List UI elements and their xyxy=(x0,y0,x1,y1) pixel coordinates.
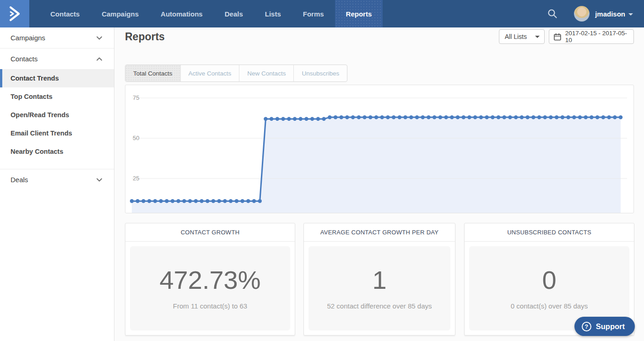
card-title: AVERAGE CONTACT GROWTH PER DAY xyxy=(304,223,455,242)
nav-right-group: jmadison xyxy=(547,0,644,27)
contact-growth-value: 472.73% xyxy=(159,267,260,293)
sidebar-spacer xyxy=(0,161,114,169)
main-content: Reports All Lists 2017-02-15 - 2017-05-1… xyxy=(114,27,644,341)
list-filter-value: All Lists xyxy=(505,33,527,40)
main-menu: Contacts Campaigns Automations Deals Lis… xyxy=(39,0,383,27)
top-nav: Contacts Campaigns Automations Deals Lis… xyxy=(0,0,644,27)
sidebar-item-email-client-trends[interactable]: Email Client Trends xyxy=(0,124,114,142)
unsubscribed-subtitle: 0 contact(s) over 85 days xyxy=(511,302,588,310)
tab-unsubscribes[interactable]: Unsubscribes xyxy=(293,65,347,81)
select-caret-icon xyxy=(535,36,540,38)
user-avatar[interactable] xyxy=(574,6,590,22)
avg-growth-value: 1 xyxy=(372,267,386,293)
y-axis-tick-50: 50 xyxy=(133,135,139,141)
sidebar-section-contacts[interactable]: Contacts xyxy=(0,49,114,69)
sidebar-section-label: Campaigns xyxy=(11,34,45,42)
nav-item-automations[interactable]: Automations xyxy=(150,0,214,27)
search-icon xyxy=(547,9,557,19)
logo-chevron-icon xyxy=(7,6,22,22)
contact-trends-chart-card: 75 50 25 xyxy=(125,85,634,213)
app-window: Contacts Campaigns Automations Deals Lis… xyxy=(0,0,644,341)
list-filter-select[interactable]: All Lists xyxy=(499,29,545,44)
sidebar-item-open-read-trends[interactable]: Open/Read Trends xyxy=(0,106,114,124)
support-button[interactable]: ? Support xyxy=(574,317,635,336)
nav-item-lists[interactable]: Lists xyxy=(254,0,292,27)
contact-growth-card: CONTACT GROWTH 472.73% From 11 contact(s… xyxy=(125,223,295,336)
card-title: UNSUBSCRIBED CONTACTS xyxy=(465,223,634,242)
card-body: 1 52 contact difference over 85 days xyxy=(308,246,450,330)
avg-growth-subtitle: 52 contact difference over 85 days xyxy=(327,302,432,310)
support-label: Support xyxy=(596,322,625,331)
tab-active-contacts[interactable]: Active Contacts xyxy=(180,65,239,81)
nav-item-campaigns[interactable]: Campaigns xyxy=(91,0,150,27)
page-title: Reports xyxy=(125,31,165,43)
tab-new-contacts[interactable]: New Contacts xyxy=(239,65,293,81)
card-body: 472.73% From 11 contact(s) to 63 xyxy=(130,246,290,330)
sidebar-section-label: Deals xyxy=(11,176,28,184)
sidebar-item-contact-trends[interactable]: Contact Trends xyxy=(0,69,114,87)
sidebar-section-deals[interactable]: Deals xyxy=(0,169,114,190)
report-tabs: Total Contacts Active Contacts New Conta… xyxy=(125,65,347,82)
chevron-down-icon xyxy=(97,36,102,40)
sidebar-item-nearby-contacts[interactable]: Nearby Contacts xyxy=(0,142,114,161)
y-axis-tick-25: 25 xyxy=(133,175,139,181)
y-axis-tick-75: 75 xyxy=(133,95,139,101)
chevron-up-icon xyxy=(97,57,102,61)
sidebar-section-label: Contacts xyxy=(11,55,38,63)
calendar-icon xyxy=(554,33,561,41)
nav-item-contacts[interactable]: Contacts xyxy=(39,0,91,27)
contact-growth-subtitle: From 11 contact(s) to 63 xyxy=(173,302,247,310)
question-circle-icon: ? xyxy=(582,322,591,331)
sidebar-section-campaigns[interactable]: Campaigns xyxy=(0,27,114,48)
trend-chart xyxy=(125,85,633,213)
nav-item-forms[interactable]: Forms xyxy=(292,0,335,27)
nav-item-deals[interactable]: Deals xyxy=(214,0,254,27)
unsubscribed-value: 0 xyxy=(542,267,556,293)
user-menu[interactable]: jmadison xyxy=(595,10,625,18)
date-range-value: 2017-02-15 - 2017-05-10 xyxy=(565,30,629,43)
chevron-down-icon xyxy=(97,178,102,182)
reports-sidebar: Campaigns Contacts Contact Trends Top Co… xyxy=(0,27,114,341)
date-range-picker[interactable]: 2017-02-15 - 2017-05-10 xyxy=(549,29,634,44)
card-title: CONTACT GROWTH xyxy=(125,223,295,242)
nav-item-reports[interactable]: Reports xyxy=(335,0,383,27)
sidebar-item-top-contacts[interactable]: Top Contacts xyxy=(0,87,114,106)
tab-total-contacts[interactable]: Total Contacts xyxy=(125,65,180,81)
avg-growth-card: AVERAGE CONTACT GROWTH PER DAY 1 52 cont… xyxy=(303,223,455,336)
search-button[interactable] xyxy=(547,9,557,19)
app-logo[interactable] xyxy=(0,0,29,27)
user-caret-down-icon[interactable] xyxy=(628,13,633,16)
